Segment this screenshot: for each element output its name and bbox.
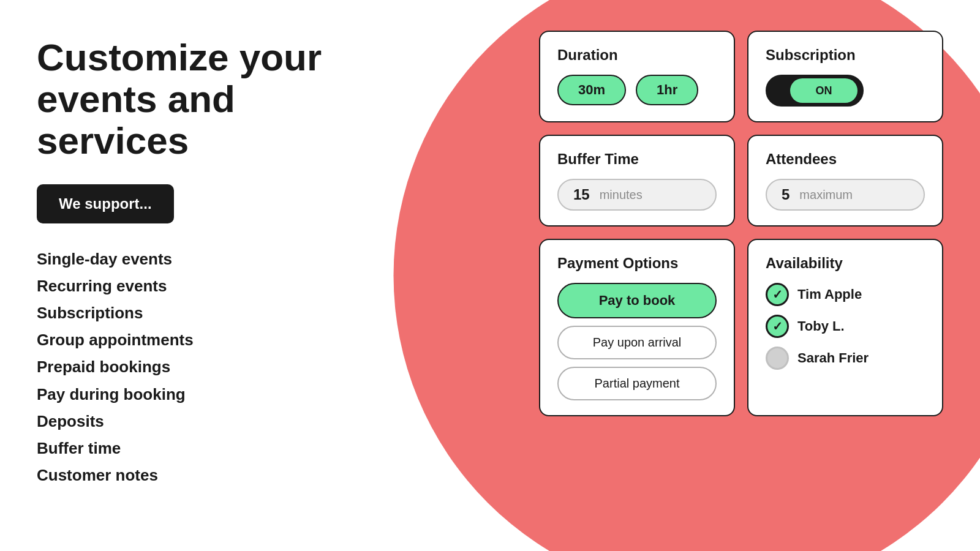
- feature-item: Single-day events: [37, 246, 392, 272]
- payment-options-list: Pay to book Pay upon arrival Partial pay…: [557, 283, 717, 400]
- duration-title: Duration: [557, 47, 717, 64]
- feature-item: Pay during booking: [37, 381, 392, 408]
- subscription-card: Subscription ON: [747, 31, 943, 122]
- buffer-time-title: Buffer Time: [557, 151, 717, 168]
- attendee-item: ✓Toby L.: [766, 315, 925, 338]
- duration-30m-button[interactable]: 30m: [557, 75, 626, 105]
- checked-circle[interactable]: ✓: [766, 283, 789, 306]
- feature-item: Subscriptions: [37, 299, 392, 326]
- buffer-time-input[interactable]: 15 minutes: [557, 179, 717, 211]
- subscription-toggle[interactable]: ON: [766, 75, 864, 107]
- feature-item: Deposits: [37, 408, 392, 435]
- availability-card: Availability ✓Tim Apple✓Toby L.Sarah Fri…: [747, 239, 943, 416]
- buffer-time-card: Buffer Time 15 minutes: [539, 135, 735, 227]
- attendee-name: Tim Apple: [797, 287, 862, 302]
- feature-item: Buffer time: [37, 435, 392, 462]
- toggle-knob: ON: [790, 78, 858, 103]
- attendee-list: ✓Tim Apple✓Toby L.Sarah Frier: [766, 283, 925, 370]
- left-panel: Customize your events and services We su…: [37, 37, 392, 489]
- unchecked-circle[interactable]: [766, 347, 789, 370]
- buffer-time-unit: minutes: [600, 188, 643, 202]
- duration-1hr-button[interactable]: 1hr: [636, 75, 698, 105]
- attendee-name: Sarah Frier: [797, 350, 869, 366]
- payment-options-title: Payment Options: [557, 255, 717, 272]
- feature-item: Group appointments: [37, 326, 392, 353]
- partial-payment-button[interactable]: Partial payment: [557, 367, 717, 400]
- feature-item: Prepaid bookings: [37, 353, 392, 380]
- buffer-time-value: 15: [573, 186, 590, 203]
- attendees-title: Attendees: [766, 151, 925, 168]
- title-line1: Customize your: [37, 36, 322, 78]
- attendee-item: ✓Tim Apple: [766, 283, 925, 306]
- checkmark-icon: ✓: [772, 287, 783, 302]
- pay-upon-arrival-button[interactable]: Pay upon arrival: [557, 326, 717, 359]
- availability-title: Availability: [766, 255, 925, 272]
- support-button[interactable]: We support...: [37, 184, 174, 223]
- attendees-input[interactable]: 5 maximum: [766, 179, 925, 211]
- main-title: Customize your events and services: [37, 37, 392, 162]
- attendee-name: Toby L.: [797, 318, 845, 334]
- feature-item: Customer notes: [37, 462, 392, 489]
- checked-circle[interactable]: ✓: [766, 315, 789, 338]
- subscription-title: Subscription: [766, 47, 925, 64]
- toggle-container: ON: [766, 75, 925, 107]
- pay-to-book-button[interactable]: Pay to book: [557, 283, 717, 318]
- duration-buttons: 30m 1hr: [557, 75, 717, 105]
- attendees-unit: maximum: [799, 188, 853, 202]
- attendee-item: Sarah Frier: [766, 347, 925, 370]
- checkmark-icon: ✓: [772, 319, 783, 334]
- duration-card: Duration 30m 1hr: [539, 31, 735, 122]
- attendees-value: 5: [782, 186, 790, 203]
- attendees-card: Attendees 5 maximum: [747, 135, 943, 227]
- payment-options-card: Payment Options Pay to book Pay upon arr…: [539, 239, 735, 416]
- cards-panel: Duration 30m 1hr Subscription ON Buffer …: [539, 31, 943, 416]
- title-line2: events and services: [37, 78, 235, 162]
- feature-list: Single-day eventsRecurring eventsSubscri…: [37, 246, 392, 489]
- feature-item: Recurring events: [37, 272, 392, 299]
